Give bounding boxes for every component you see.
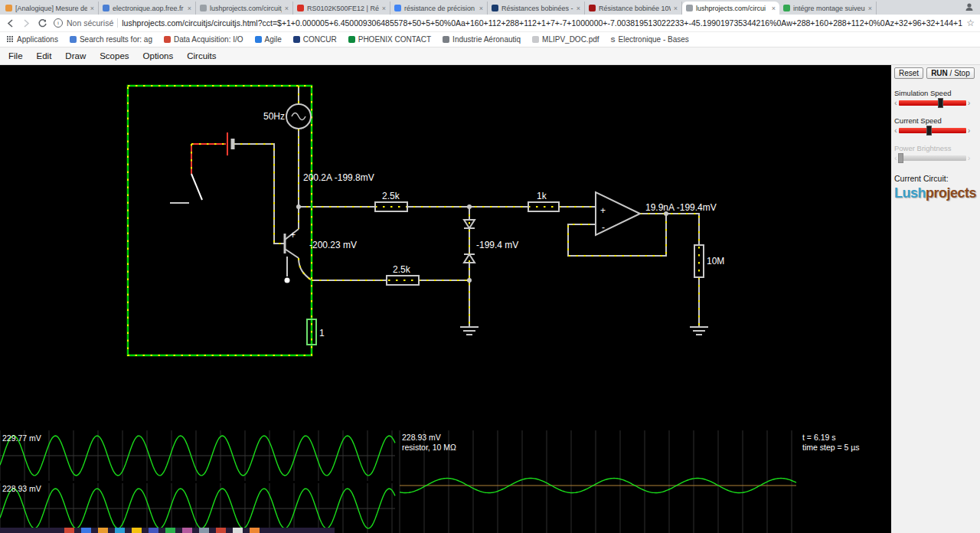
browser-tab[interactable]: lushprojects.com/circui × — [682, 2, 779, 15]
sim-speed-thumb[interactable] — [938, 98, 943, 108]
browser-tab[interactable]: résistance de précision 1 × — [390, 2, 488, 15]
opamp[interactable]: + - — [596, 192, 640, 235]
scope-left-top-label: 229.77 mV — [2, 433, 41, 443]
back-icon[interactable] — [5, 18, 15, 28]
menu-circuits[interactable]: Circuits — [180, 51, 223, 60]
taskbar-icon[interactable] — [81, 528, 91, 533]
sim-speed-label: Simulation Speed — [894, 89, 978, 97]
taskbar-icon[interactable] — [165, 528, 175, 533]
tab-close-icon[interactable]: × — [285, 5, 289, 12]
menu-scopes[interactable]: Scopes — [93, 51, 136, 60]
windows-taskbar[interactable] — [0, 528, 335, 533]
bookmark-item[interactable]: Industrie Aéronautiq — [443, 35, 521, 44]
browser-tab[interactable]: intégre montage suiveur × — [779, 2, 877, 15]
tab-close-icon[interactable]: × — [674, 5, 678, 12]
tab-favicon — [200, 5, 207, 11]
run-label: RUN — [931, 69, 948, 77]
chevron-left-icon[interactable]: ‹ — [894, 127, 897, 134]
tab-favicon — [686, 5, 693, 11]
tab-favicon — [589, 5, 596, 11]
bookmark-item[interactable]: Applications — [7, 35, 58, 44]
scope-left[interactable]: 229.77 mV 228.93 mV — [0, 430, 395, 533]
taskbar-icon[interactable] — [64, 528, 74, 533]
bookmark-item[interactable]: CONCUR — [293, 35, 337, 44]
browser-tab[interactable]: lushprojects.com/circuitj × — [196, 2, 293, 15]
switch-lever[interactable] — [191, 174, 202, 200]
bookmark-star-icon[interactable]: ☆ — [966, 18, 975, 28]
menu-edit[interactable]: Edit — [30, 51, 59, 60]
tab-close-icon[interactable]: × — [188, 5, 191, 12]
ground-symbol-2[interactable] — [690, 327, 708, 335]
bookmark-icon — [443, 36, 449, 43]
taskbar-icon[interactable] — [182, 528, 192, 533]
bookmark-icon — [164, 36, 171, 43]
bookmark-item[interactable]: Agile — [255, 35, 282, 44]
taskbar-icon[interactable] — [199, 528, 209, 533]
scope-middle-sublabel: resistor, 10 MΩ — [402, 443, 456, 452]
taskbar-icon[interactable] — [149, 528, 158, 533]
taskbar-icon[interactable] — [132, 528, 142, 533]
bookmark-label: PHOENIX CONTACT — [358, 35, 431, 44]
chevron-right-icon[interactable]: › — [968, 127, 971, 134]
taskbar-icon[interactable] — [250, 528, 260, 533]
ac-source[interactable] — [286, 104, 311, 129]
tab-close-icon[interactable]: × — [772, 5, 776, 12]
bookmark-item[interactable]: Data Acquisition: I/O — [164, 35, 243, 44]
taskbar-icon[interactable] — [216, 528, 226, 533]
switch-post[interactable] — [285, 278, 290, 283]
address-bar[interactable]: i Non sécurisé lushprojects.com/circuitj… — [54, 17, 975, 30]
browser-tab[interactable]: electronique.aop.free.fr × — [99, 2, 196, 15]
taskbar-icon[interactable] — [115, 528, 125, 533]
bookmark-icon — [348, 36, 355, 43]
resistor-r3[interactable] — [387, 276, 419, 285]
tab-close-icon[interactable]: × — [90, 5, 94, 12]
bookmark-icon — [255, 36, 262, 43]
ground-symbol[interactable] — [460, 327, 479, 335]
bookmark-item[interactable]: MLIPV_DOC.pdf — [532, 35, 599, 44]
menu-draw[interactable]: Draw — [58, 51, 93, 60]
bookmark-item[interactable]: PHOENIX CONTACT — [348, 35, 431, 44]
current-speed-slider[interactable] — [899, 128, 966, 133]
power-brightness-label: Power Brightness — [894, 144, 978, 152]
run-stop-button[interactable]: RUN / Stop — [926, 67, 975, 79]
browser-tab[interactable]: RS0102K500FE12 | Résis × — [293, 2, 390, 15]
info-icon[interactable]: i — [54, 18, 63, 28]
bookmark-label: Applications — [17, 35, 58, 44]
circuit-canvas[interactable]: + - 50Hz — [0, 65, 891, 533]
sim-speed-slider[interactable] — [899, 100, 966, 106]
forward-icon[interactable] — [21, 18, 31, 28]
lushprojects-logo[interactable]: Lushprojects — [894, 185, 978, 201]
tab-favicon — [103, 5, 109, 11]
tab-close-icon[interactable]: × — [479, 5, 483, 12]
scope-middle[interactable]: 228.93 mV resistor, 10 MΩ — [400, 430, 796, 533]
chevron-left-icon[interactable]: ‹ — [894, 100, 897, 106]
battery[interactable] — [227, 132, 233, 155]
resistor-r4[interactable] — [694, 245, 704, 277]
current-speed-thumb[interactable] — [926, 126, 932, 136]
label-loop-measure: 200.2A -199.8mV — [303, 172, 374, 183]
browser-tab[interactable]: Résistances bobinées - C × — [488, 2, 585, 15]
profile-icon[interactable] — [965, 1, 974, 15]
taskbar-icon[interactable] — [98, 528, 108, 533]
scope-grid — [400, 430, 796, 533]
current-loop-wire[interactable] — [128, 86, 312, 355]
menu-file[interactable]: File — [2, 51, 30, 60]
tab-close-icon[interactable]: × — [382, 5, 386, 12]
tab-close-icon[interactable]: × — [868, 5, 872, 12]
scope-grid — [0, 430, 395, 481]
bookmark-label: Industrie Aéronautiq — [452, 35, 521, 44]
bookmark-item[interactable]: S Electronique - Bases — [611, 35, 689, 44]
tab-close-icon[interactable]: × — [577, 5, 580, 12]
tab-favicon — [492, 5, 498, 11]
battery-negative-wire[interactable] — [191, 144, 226, 174]
browser-tab[interactable]: [Analogique] Mesure de × — [2, 2, 99, 15]
browser-tab[interactable]: Résistance bobinée 10W × — [585, 2, 682, 15]
circuit[interactable]: + - 50Hz — [128, 86, 724, 355]
reload-icon[interactable] — [38, 18, 47, 28]
bookmark-item[interactable]: Search results for: ag — [70, 35, 152, 44]
menu-options[interactable]: Options — [136, 51, 181, 60]
taskbar-icon[interactable] — [233, 528, 243, 533]
tab-title: [Analogique] Mesure de — [15, 5, 87, 12]
reset-button[interactable]: Reset — [894, 67, 923, 79]
chevron-right-icon[interactable]: › — [968, 100, 971, 106]
